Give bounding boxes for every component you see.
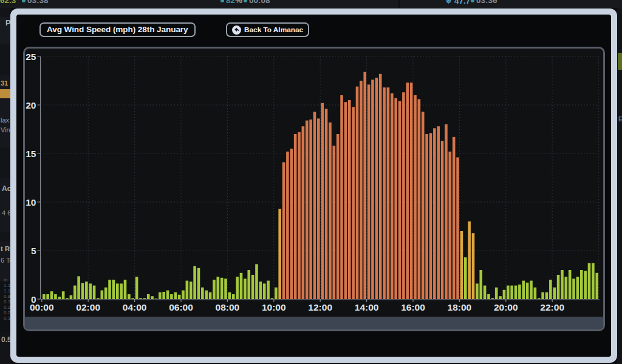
wind-bar [387, 87, 390, 299]
background-right-panel: E [617, 8, 622, 364]
wind-bar [81, 283, 84, 299]
wind-bar [592, 263, 595, 299]
wind-bar [193, 266, 196, 299]
wind-bar [46, 294, 49, 299]
wind-bar [62, 291, 65, 299]
wind-bar [360, 81, 363, 299]
wind-bar [549, 280, 552, 299]
wind-bar [329, 123, 332, 299]
wind-bar [402, 92, 405, 299]
bg-table-cell: in [4, 277, 7, 283]
snowflake-icon: ❅ [445, 0, 452, 5]
wind-bar [294, 134, 297, 299]
bg-table-cell: 1.1 [4, 288, 10, 294]
wind-bar [394, 98, 397, 299]
wind-bar [124, 280, 127, 299]
wind-bar [306, 121, 309, 299]
wind-bar [143, 298, 146, 299]
wind-bar [514, 286, 518, 299]
wind-bar [484, 286, 487, 299]
wind-bar [197, 268, 200, 299]
wind-bar [205, 291, 208, 299]
wind-bar [321, 103, 324, 299]
wind-bar [228, 292, 231, 299]
bg-table-cell: 0.8 [4, 294, 10, 299]
wind-bar [298, 132, 301, 299]
x-axis-label: 18:00 [448, 302, 472, 312]
wind-bar [302, 126, 305, 299]
wind-bar [70, 295, 73, 299]
wind-bar [271, 298, 274, 299]
wind-bar [584, 271, 587, 299]
wind-bar [456, 157, 459, 299]
wind-bar [553, 288, 556, 299]
wind-bar [499, 296, 502, 299]
bg-humidity-time-label: 00:08 [249, 0, 270, 5]
wind-bar [530, 281, 533, 299]
x-axis-label: 10:00 [262, 302, 286, 312]
bg-frag-max: lax [1, 116, 9, 124]
background-left-panel: P 31 5 lax Vind Ac 4 6 t Ra 6 To in 1.1 … [0, 8, 11, 364]
wind-bar [522, 281, 525, 299]
wind-bar [534, 288, 537, 299]
y-axis-label: 25 [26, 52, 36, 62]
modal-body: Avg Wind Speed (mph) 28th January Back T… [16, 15, 611, 357]
wind-bar [518, 285, 521, 299]
chart-panel: 051015202500:0002:0004:0006:0008:0010:00… [23, 47, 605, 331]
background-top-statusbar: 62.3° 03:38 82% 00:08 ❅ 47.7° 03:36 [0, 0, 622, 8]
wind-bar [236, 277, 239, 299]
wind-bar [445, 124, 448, 299]
wind-bar [97, 298, 100, 299]
wind-bar [174, 292, 177, 299]
wind-bar [356, 87, 359, 299]
x-axis-label: 16:00 [401, 302, 425, 312]
back-to-almanac-button[interactable]: Back To Almanac [226, 22, 309, 37]
wind-bar [441, 141, 444, 299]
wind-bar [495, 288, 498, 299]
wind-bar [429, 133, 432, 299]
wind-bar [337, 134, 340, 299]
wind-bar [66, 298, 69, 299]
bg-humidity-time: 00:08 [242, 0, 270, 5]
wind-bar [410, 83, 413, 299]
wind-bar [363, 72, 366, 299]
bg-outdoor-temp: 62.3° [0, 0, 19, 5]
x-axis-label: 06:00 [169, 302, 193, 312]
wind-bar [89, 283, 92, 299]
wind-bar [398, 101, 402, 299]
y-axis-label: 10 [26, 197, 36, 207]
wind-bar [201, 288, 204, 299]
wind-bar [576, 277, 579, 299]
bullet-icon [244, 0, 247, 2]
wind-bar [557, 275, 560, 299]
y-axis-label: 20 [26, 100, 36, 110]
wind-bar [367, 84, 371, 299]
wind-bar [282, 162, 285, 299]
wind-bar [507, 286, 510, 299]
wind-bar [43, 294, 46, 299]
wind-bar [159, 292, 162, 299]
wind-bar [213, 280, 216, 299]
bullet-icon [22, 0, 26, 2]
wind-bar [135, 277, 138, 299]
chart-title-pill: Avg Wind Speed (mph) 28th January [39, 22, 196, 37]
wind-bar [131, 298, 134, 299]
wind-bar [464, 257, 467, 299]
wind-bar [309, 120, 312, 299]
wind-bar [545, 292, 549, 299]
y-axis-label: 15 [26, 149, 36, 159]
wind-bar [433, 128, 436, 299]
wind-bar [383, 87, 386, 299]
bg-windchill-time: 03:36 [469, 0, 497, 5]
wind-bar [569, 270, 572, 299]
wind-bar [580, 270, 583, 299]
wind-bar [151, 296, 154, 299]
bg-table-cell: 0.3 [4, 299, 10, 305]
bg-frag-tra: t Ra [1, 245, 11, 252]
wind-bar [595, 273, 598, 299]
x-axis-label: 08:00 [216, 302, 240, 312]
wind-bar [290, 149, 293, 299]
wind-bar [453, 137, 456, 299]
wind-bar [333, 146, 336, 299]
bg-frag-46: 4 6 [2, 209, 11, 217]
